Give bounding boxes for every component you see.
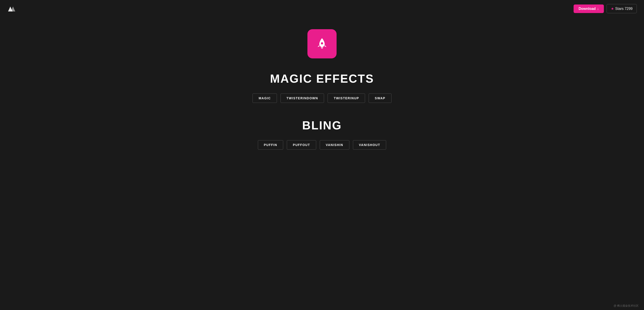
app-icon-wrapper xyxy=(308,29,336,58)
download-button[interactable]: Download ↓ xyxy=(574,5,604,13)
sections-container: MAGIC EFFECTSMAGICTWISTERINDOWNTWISTERIN… xyxy=(252,72,391,165)
navbar: Download ↓ ★ Stars 7299 xyxy=(0,0,644,17)
tags-row-bling: PUFFINPUFFOUTVANISHINVANISHOUT xyxy=(258,140,386,149)
stars-label: Stars 7299 xyxy=(615,7,632,11)
footer-note: @ 稀土掘金技术社区 xyxy=(614,304,638,308)
rocket-icon xyxy=(315,37,329,51)
app-logo-icon xyxy=(7,4,16,13)
section-title-magic-effects: MAGIC EFFECTS xyxy=(270,72,374,85)
tags-row-magic-effects: MAGICTWISTERINDOWNTWISTERINUPSWAP xyxy=(252,93,391,103)
section-magic-effects: MAGIC EFFECTSMAGICTWISTERINDOWNTWISTERIN… xyxy=(252,72,391,119)
tag-button-puffin[interactable]: PUFFIN xyxy=(258,140,284,149)
tag-button-twisterindown[interactable]: TWISTERINDOWN xyxy=(280,93,324,103)
app-icon xyxy=(308,29,336,58)
star-icon: ★ xyxy=(611,7,614,11)
logo-area xyxy=(7,4,16,13)
download-arrow-icon: ↓ xyxy=(597,7,599,11)
tag-button-swap[interactable]: SWAP xyxy=(369,93,391,103)
tag-button-twisterinup[interactable]: TWISTERINUP xyxy=(328,93,365,103)
tag-button-vanishout[interactable]: VANISHOUT xyxy=(353,140,386,149)
stars-button[interactable]: ★ Stars 7299 xyxy=(606,4,637,13)
tag-button-magic[interactable]: MAGIC xyxy=(252,93,277,103)
navbar-actions: Download ↓ ★ Stars 7299 xyxy=(574,4,637,13)
main-content: MAGIC EFFECTSMAGICTWISTERINDOWNTWISTERIN… xyxy=(0,0,644,179)
section-title-bling: BLING xyxy=(302,119,342,132)
download-label: Download xyxy=(578,7,596,11)
svg-point-0 xyxy=(321,42,323,45)
tag-button-vanishin[interactable]: VANISHIN xyxy=(320,140,349,149)
tag-button-puffout[interactable]: PUFFOUT xyxy=(287,140,316,149)
section-bling: BLINGPUFFINPUFFOUTVANISHINVANISHOUT xyxy=(252,119,391,165)
